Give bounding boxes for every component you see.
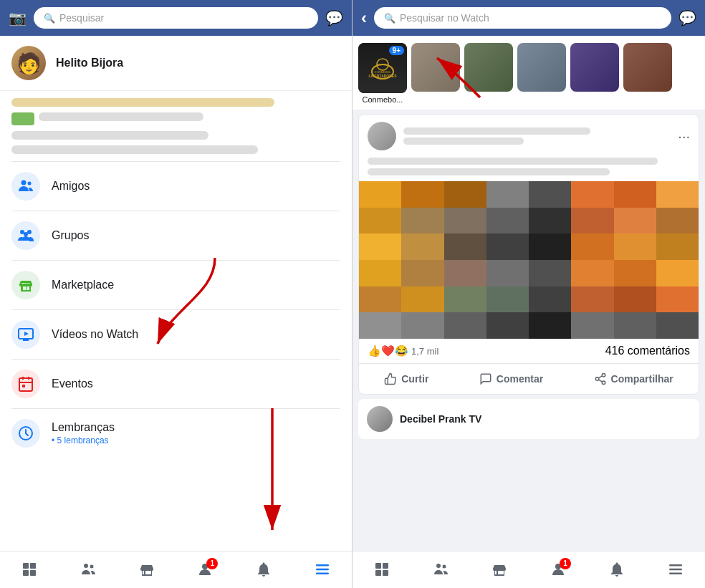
svg-marker-6 — [24, 332, 29, 336]
nav-friends-left[interactable] — [80, 561, 97, 578]
post-actions: Curtir Comentar Compartilhar — [359, 364, 699, 394]
comment-label: Comentar — [497, 373, 543, 385]
nav-menu-left[interactable] — [314, 561, 331, 578]
svg-text:LIBERTADORES: LIBERTADORES — [368, 74, 397, 78]
watch-item-4[interactable] — [517, 43, 566, 104]
amigos-icon — [17, 178, 34, 195]
comment-count: 416 comentários — [605, 344, 690, 357]
svg-rect-37 — [383, 563, 388, 569]
post-name-line — [403, 127, 590, 135]
share-button[interactable]: Compartilhar — [585, 367, 682, 391]
decibel-row[interactable]: Decibel Prank TV — [358, 399, 699, 439]
svg-line-35 — [598, 376, 602, 378]
decibel-name: Decibel Prank TV — [400, 413, 481, 425]
svg-rect-22 — [316, 564, 329, 567]
watch-item-3[interactable] — [464, 43, 513, 104]
menu-item-amigos[interactable]: Amigos — [0, 162, 352, 211]
svg-point-3 — [27, 230, 32, 234]
svg-point-0 — [21, 180, 27, 185]
svg-rect-24 — [316, 572, 329, 574]
blurred-content — [0, 91, 352, 161]
eventos-label: Eventos — [52, 377, 93, 390]
conmebo-label: Conmebo... — [363, 95, 403, 104]
svg-point-33 — [602, 381, 605, 385]
nav-bell-left[interactable] — [255, 561, 272, 578]
menu-list: Amigos Grupos — [0, 162, 352, 551]
grupos-icon-wrap — [11, 221, 40, 250]
top-bar-left: 📷 🔍 Pesquisar 💬 — [0, 0, 352, 36]
post-more-button[interactable]: ··· — [678, 128, 690, 145]
menu-item-lembrancas[interactable]: Lembranças • 5 lembranças — [0, 409, 352, 458]
avatar: 🧑 — [11, 46, 46, 80]
watch-content: LIBERTADORES CONMEBOL 9+ Conmebo... — [352, 36, 705, 551]
svg-rect-13 — [22, 385, 25, 387]
share-label: Compartilhar — [611, 373, 673, 385]
post-text-area — [359, 158, 699, 181]
search-placeholder-left: Pesquisar — [59, 12, 104, 24]
menu-item-grupos[interactable]: Grupos — [0, 211, 352, 260]
nav-store-right[interactable] — [491, 561, 508, 578]
eventos-icon-wrap — [11, 370, 40, 398]
watch-grid: LIBERTADORES CONMEBOL 9+ Conmebo... — [352, 36, 705, 110]
lembrancas-sublabel: • 5 lembranças — [52, 435, 115, 445]
watch-icon-wrap — [11, 320, 40, 349]
nav-home-left[interactable] — [21, 561, 38, 578]
marketplace-label: Marketplace — [52, 279, 114, 291]
marketplace-icon — [17, 276, 34, 294]
profile-section[interactable]: 🧑 Helito Bijora — [0, 36, 352, 91]
like-button[interactable]: Curtir — [375, 367, 437, 391]
profile-name: Helito Bijora — [56, 57, 123, 69]
post-image — [359, 181, 699, 339]
svg-point-19 — [84, 564, 88, 568]
messenger-icon-left[interactable]: 💬 — [325, 9, 343, 26]
svg-rect-43 — [669, 564, 682, 567]
svg-rect-18 — [30, 570, 36, 576]
search-placeholder-right: Pesquisar no Watch — [400, 12, 489, 24]
comment-button[interactable]: Comentar — [471, 367, 552, 391]
nav-bell-right[interactable] — [608, 561, 625, 578]
svg-rect-17 — [23, 570, 29, 576]
watch-item-6[interactable] — [623, 43, 672, 104]
grupos-label: Grupos — [52, 229, 89, 242]
watch-thumb-3 — [464, 43, 513, 92]
post-time-line — [403, 138, 524, 145]
lembrancas-icon-wrap — [11, 419, 40, 448]
back-icon[interactable]: ‹ — [361, 8, 367, 28]
svg-point-4 — [24, 232, 28, 236]
nav-people-left[interactable]: 1 — [196, 561, 214, 578]
nav-menu-right[interactable] — [667, 561, 684, 578]
menu-item-watch[interactable]: Vídeos no Watch — [0, 310, 352, 359]
lembrancas-text-wrap: Lembranças • 5 lembranças — [52, 421, 115, 445]
post-avatar — [368, 122, 396, 150]
nav-home-right[interactable] — [373, 561, 390, 578]
svg-point-20 — [90, 564, 93, 568]
search-icon-right: 🔍 — [384, 13, 395, 24]
nav-people-right[interactable]: 1 — [550, 561, 567, 578]
people-badge-right: 1 — [560, 558, 571, 569]
decibel-avatar — [367, 406, 393, 432]
watch-item-conmebo[interactable]: LIBERTADORES CONMEBOL 9+ Conmebo... — [358, 43, 407, 104]
watch-icon — [17, 326, 34, 343]
watch-label: Vídeos no Watch — [52, 328, 138, 341]
menu-item-marketplace[interactable]: Marketplace — [0, 261, 352, 309]
watch-thumb-6 — [623, 43, 672, 92]
svg-point-32 — [595, 377, 599, 381]
messenger-icon-right[interactable]: 💬 — [678, 9, 696, 26]
watch-item-5[interactable] — [570, 43, 619, 104]
menu-item-eventos[interactable]: Eventos — [0, 360, 352, 408]
svg-rect-9 — [19, 378, 32, 391]
svg-rect-38 — [375, 570, 381, 576]
search-bar-left[interactable]: 🔍 Pesquisar — [34, 7, 318, 29]
grupos-icon — [17, 227, 34, 244]
watch-item-2[interactable] — [411, 43, 460, 104]
people-badge-left: 1 — [206, 558, 218, 569]
nav-store-left[interactable] — [138, 561, 155, 578]
search-icon-left: 🔍 — [44, 13, 55, 24]
camera-icon[interactable]: 📷 — [9, 9, 27, 26]
svg-point-2 — [20, 230, 24, 234]
search-bar-right[interactable]: 🔍 Pesquisar no Watch — [374, 7, 671, 29]
phone-right: ‹ 🔍 Pesquisar no Watch 💬 — [352, 0, 705, 588]
amigos-icon-wrap — [11, 172, 40, 201]
nav-friends-right[interactable] — [432, 561, 449, 578]
svg-rect-44 — [669, 568, 682, 570]
